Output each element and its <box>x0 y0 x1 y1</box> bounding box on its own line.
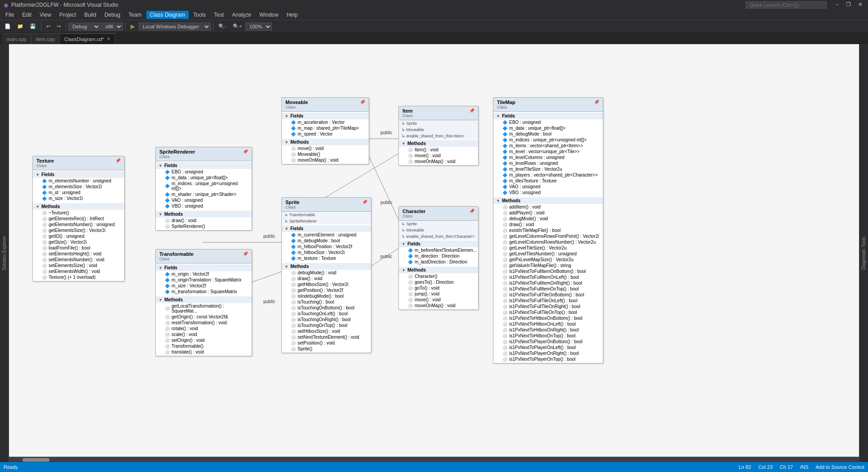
field-sr-6: 🔷VBO : unsigned <box>156 203 252 209</box>
class-transformable-fields: ▼ Fields 🔷m_origin : Vector2f 🔷m_originT… <box>156 263 252 295</box>
menu-view[interactable]: View <box>36 11 55 19</box>
class-tilemap-type: Class <box>497 105 515 109</box>
menu-analyze[interactable]: Analyze <box>228 11 255 19</box>
class-item-pin[interactable]: 📌 <box>469 108 475 113</box>
svg-line-5 <box>369 157 401 224</box>
method-ch-5: ⚪move() : void <box>399 297 478 303</box>
method-tm-21: ⚪is1PxNextToHitboxOnLeft() : bool <box>493 321 603 327</box>
tb-save[interactable]: 💾 <box>27 23 39 30</box>
class-sprite-renderer-methods-header[interactable]: ▼ Methods <box>156 211 252 218</box>
method-item-2: ⚪move() : void <box>399 153 478 159</box>
class-tilemap-pin[interactable]: 📌 <box>594 100 599 104</box>
menu-edit[interactable]: Edit <box>18 11 35 19</box>
field-mv-3: 🔷m_speed : Vector <box>282 131 369 137</box>
class-sprite-fields: ▼ Fields 🔷m_currentElement : unsigned 🔷m… <box>282 224 371 262</box>
tb-start-debug[interactable]: ▶ <box>128 22 138 31</box>
svg-text:public: public <box>380 130 392 135</box>
class-tilemap-fields-header[interactable]: ▼ Fields <box>493 113 603 119</box>
restore-button[interactable]: ❐ <box>844 1 853 9</box>
class-texture-pin[interactable]: 📌 <box>115 158 121 163</box>
class-sprite-renderer-fields-header[interactable]: ▼ Fields <box>156 162 252 169</box>
class-item-inherit2: ↳ Moveable <box>399 127 478 133</box>
menu-build[interactable]: Build <box>81 11 100 19</box>
field-tm-5: 🔷m_items : vector<shared_ptr<Item>> <box>493 143 603 149</box>
class-transformable-methods-header[interactable]: ▼ Methods <box>156 296 252 303</box>
method-tm-12: ⚪is1PxNextToFullItemOnBottom() : bool <box>493 268 603 274</box>
field-tr-3: 🔷m_size : Vector2f <box>156 283 252 289</box>
class-sprite-title: Sprite <box>285 200 299 205</box>
tab-item-cpp[interactable]: Item.cpp <box>32 33 60 44</box>
class-tilemap: TileMap Class 📌 ▼ Fields 🔷EBO : unsigned… <box>493 97 603 363</box>
field-sp-3: 🔷m_hitboxPosition : Vector2f <box>282 244 371 250</box>
class-character-fields: ▼ Fields 🔷m_beforeNextTextureElemen... 🔷… <box>399 240 478 266</box>
solution-explorer-sidebar: Solution Explorer <box>0 44 9 462</box>
menu-help[interactable]: Help <box>283 11 302 19</box>
method-ch-1: ⚪Character() <box>399 273 478 279</box>
debugger-dropdown[interactable]: Local Windows Debugger <box>139 23 211 31</box>
tb-undo[interactable]: ↩ <box>44 23 53 30</box>
field-mv-2: 🔷m_map : shared_ptr<TileMap> <box>282 125 369 131</box>
field-tm-6: 🔷m_level : vector<unique_ptr<Tile>> <box>493 149 603 154</box>
field-tr-2: 🔷m_originTranslation : SquareMatrix <box>156 277 252 283</box>
tab-class-diagram-close[interactable]: ✕ <box>107 36 110 41</box>
platform-dropdown[interactable]: x86 x64 <box>101 23 123 31</box>
class-tilemap-methods-header[interactable]: ▼ Methods <box>493 197 603 204</box>
method-tm-11: ⚪getValueInTileMapFile() : string <box>493 263 603 268</box>
class-item-inherit3: ↳ enable_shared_from_this<Item> <box>399 133 478 139</box>
diagram-area[interactable]: public public public public public Textu… <box>9 44 859 462</box>
class-texture-fields-header[interactable]: ▼ Fields <box>33 171 124 178</box>
menu-tools[interactable]: Tools <box>190 11 209 19</box>
debug-config-dropdown[interactable]: Debug Release <box>68 23 100 31</box>
menu-file[interactable]: File <box>2 11 18 19</box>
status-source-control[interactable]: Add to Source Control <box>816 464 864 470</box>
minimize-button[interactable]: − <box>834 1 841 9</box>
vs-icon: ◆ <box>4 1 9 9</box>
method-texture-12: ⚪Texture() (+ 1 overload) <box>33 274 124 280</box>
method-texture-1: ⚪~Texture() <box>33 210 124 216</box>
class-sprite-methods-header[interactable]: ▼ Methods <box>282 263 371 270</box>
class-character-pin[interactable]: 📌 <box>469 209 475 213</box>
class-moveable-fields-header[interactable]: ▼ Fields <box>282 113 369 119</box>
class-moveable-pin[interactable]: 📌 <box>360 100 365 104</box>
menu-class-diagram[interactable]: Class Diagram <box>146 11 189 19</box>
menu-debug[interactable]: Debug <box>101 11 124 19</box>
menu-project[interactable]: Project <box>56 11 80 19</box>
tb-new[interactable]: 📄 <box>2 23 14 30</box>
method-tm-5: ⚪existInTileMapFile() : bool <box>493 227 603 233</box>
menu-window[interactable]: Window <box>256 11 282 19</box>
class-item-methods-header[interactable]: ▼ Methods <box>399 140 478 147</box>
class-character-methods: ▼ Methods ⚪Character() ⚪goesTo() : Direc… <box>399 266 478 309</box>
tb-zoom-in[interactable]: 🔍+ <box>230 23 244 30</box>
class-sprite-pin[interactable]: 📌 <box>362 200 367 204</box>
class-character-methods-header[interactable]: ▼ Methods <box>399 267 478 273</box>
menu-team[interactable]: Team <box>125 11 145 19</box>
class-character-fields-header[interactable]: ▼ Fields <box>399 241 478 247</box>
class-transformable-fields-header[interactable]: ▼ Fields <box>156 264 252 271</box>
class-sprite-fields-header[interactable]: ▼ Fields <box>282 225 371 232</box>
horizontal-scrollbar[interactable] <box>9 457 859 462</box>
tb-zoom-out[interactable]: 🔍- <box>216 23 229 30</box>
zoom-dropdown[interactable]: 100% 75% 125% <box>245 23 272 31</box>
class-sprite-renderer-type: Class <box>159 154 195 159</box>
method-texture-9: ⚪setElementsNumber() : void <box>33 257 124 263</box>
class-sprite-inherit2: ↳ SpriteRenderer <box>282 218 371 224</box>
tab-class-diagram[interactable]: ClassDiagram.cd* ✕ <box>60 33 115 44</box>
method-tr-7: ⚪Transformable() <box>156 343 252 349</box>
menu-test[interactable]: Test <box>210 11 227 19</box>
field-ch-1: 🔷m_beforeNextTextureElemen... <box>399 247 478 253</box>
close-button[interactable]: ✕ <box>856 1 864 9</box>
class-sprite-renderer-pin[interactable]: 📌 <box>243 149 248 154</box>
class-transformable-pin[interactable]: 📌 <box>243 251 248 256</box>
status-ins: INS <box>800 464 808 470</box>
method-sp-11: ⚪setHitboxSize() : void <box>282 328 371 334</box>
tab-main-cpp[interactable]: main.cpp <box>2 33 32 44</box>
class-moveable-methods-header[interactable]: ▼ Methods <box>282 139 369 145</box>
menubar: File Edit View Project Build Debug Team … <box>0 10 868 20</box>
method-tr-6: ⚪setOrigin() : void <box>156 337 252 343</box>
tb-redo[interactable]: ↪ <box>54 23 63 30</box>
quick-launch-input[interactable] <box>746 1 827 9</box>
field-sp-2: 🔷m_debugMode : bool <box>282 238 371 244</box>
field-sp-5: 🔷m_texture : Texture <box>282 255 371 261</box>
class-texture-methods-header[interactable]: ▼ Methods <box>33 203 124 210</box>
tb-open[interactable]: 📁 <box>14 23 26 30</box>
